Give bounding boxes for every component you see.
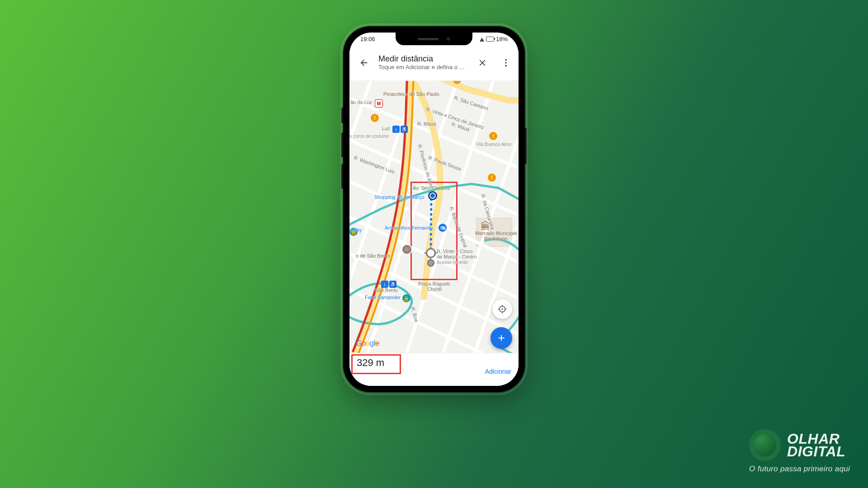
map-canvas[interactable]: 🍴 ! ! ! M ↕ ♿ 🔒 🛍 ↕ ♿ 🔒 🏛 Pinacoteca de … — [349, 73, 519, 357]
label-sen-queiros: Av. Sen. Queirós — [413, 185, 450, 191]
label-sao-bento-st: o de São Bento — [356, 253, 390, 258]
watermark-line2: DIGITAL — [787, 445, 845, 458]
poi-handicap-sb[interactable]: ♿ — [389, 281, 396, 288]
measure-end-pin — [427, 259, 434, 267]
label-pinacoteca: Pinacoteca de São Paulo — [383, 91, 439, 97]
label-vcm1: R. Vinte e Cinco — [437, 249, 472, 254]
label-maua2: R. Mauá — [417, 121, 436, 127]
label-vcm2: de Março - Centro — [437, 254, 477, 259]
poi-alert-2[interactable]: ! — [489, 132, 497, 140]
label-shopping25: Shopping 25 de Março — [374, 194, 425, 200]
poi-alert-3[interactable]: ! — [488, 174, 496, 182]
watermark-tagline: O futuro passa primeiro aqui — [749, 465, 850, 474]
notch — [396, 33, 472, 45]
label-vila-buenos: Vila Buenos Aires — [476, 142, 511, 147]
avatar-place[interactable] — [401, 244, 412, 255]
bottom-bar: 329 m Adicionar — [349, 353, 519, 386]
poi-metro-luz[interactable]: M — [375, 99, 383, 108]
arrow-left-icon — [359, 58, 369, 68]
status-time: 19:06 — [360, 36, 375, 42]
label-sao-bento: São Bento — [375, 287, 398, 293]
poi-alert-1[interactable]: ! — [371, 114, 379, 122]
label-costume: o como de costume — [349, 134, 389, 139]
poi-cptm-luz[interactable]: ↕ — [392, 126, 400, 133]
label-praca2: Chohfi — [427, 286, 442, 292]
label-farol: Farol Santander — [365, 295, 401, 300]
measure-start-marker[interactable] — [428, 191, 437, 200]
google-attribution: Google — [356, 339, 379, 348]
label-vcm3: Acesso recente — [437, 260, 468, 265]
poi-cptm-saobento[interactable]: ↕ — [381, 281, 388, 288]
svg-point-4 — [501, 308, 503, 310]
watermark: OLHAR DIGITAL O futuro passa primeiro aq… — [749, 429, 850, 474]
back-button[interactable] — [355, 54, 373, 72]
header-title: Medir distância — [378, 54, 468, 64]
phone-frame: 19:06 18% Medir distância Toque em Adici… — [343, 26, 525, 392]
plus-icon — [496, 333, 506, 343]
watermark-logo-icon — [749, 429, 781, 461]
close-button[interactable] — [473, 54, 491, 72]
close-icon — [477, 58, 487, 68]
svg-point-0 — [505, 59, 507, 61]
poi-shop[interactable]: 🛍 — [439, 224, 447, 232]
poi-handicap-luz[interactable]: ♿ — [401, 126, 408, 133]
svg-point-1 — [505, 62, 507, 64]
battery-icon — [486, 37, 494, 42]
overflow-button[interactable] — [497, 54, 515, 72]
label-praca1: Praça Ragueb — [418, 281, 450, 286]
signal-icon — [480, 38, 484, 42]
label-mercado1: Mercado Municipal — [475, 230, 517, 236]
add-point-label[interactable]: Adicionar — [485, 368, 511, 375]
more-vert-icon — [501, 58, 511, 68]
poi-farol-lock[interactable]: 🔒 — [402, 294, 410, 302]
app-header: Medir distância Toque em Adicionar e def… — [349, 45, 519, 81]
label-ao-da-luz: ão da Luz — [350, 99, 372, 105]
svg-point-2 — [505, 65, 507, 67]
add-point-fab[interactable] — [491, 327, 512, 349]
my-location-button[interactable] — [492, 299, 512, 319]
measure-crosshair[interactable] — [426, 248, 436, 258]
phone-screen: 19:06 18% Medir distância Toque em Adici… — [349, 33, 519, 386]
label-luz: Luz — [382, 126, 390, 131]
label-armarinhos: Armarinhos Fernando — [385, 225, 433, 230]
battery-percent: 18% — [496, 36, 508, 42]
label-sky: a Sky — [349, 227, 362, 233]
crosshair-icon — [497, 304, 507, 314]
distance-readout: 329 m — [357, 357, 384, 369]
label-mercado2: Paulistano — [484, 236, 507, 241]
header-subtitle: Toque em Adicionar e defina o ca... — [378, 64, 468, 70]
